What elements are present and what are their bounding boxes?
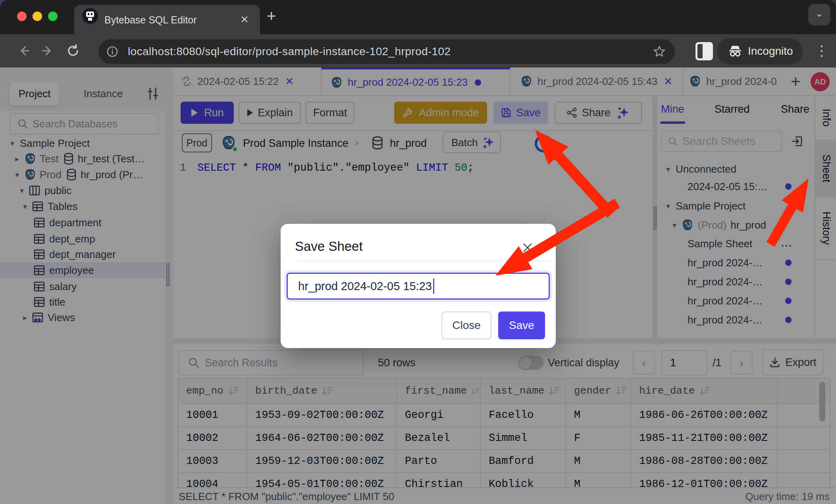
- url-text: localhost:8080/sql-editor/prod-sample-in…: [128, 45, 451, 58]
- dialog-title: Save Sheet: [295, 239, 363, 254]
- back-icon[interactable]: [17, 44, 31, 58]
- bytebase-favicon: [82, 8, 98, 24]
- tab-close-icon[interactable]: ✕: [240, 13, 249, 26]
- browser-tab-title: Bytebase SQL Editor: [104, 14, 197, 26]
- save-sheet-dialog: Save Sheet hr_prod 2024-02-05 15:23 Clos…: [281, 224, 556, 348]
- sheet-name-input[interactable]: hr_prod 2024-02-05 15:23: [287, 273, 550, 300]
- dialog-divider: [297, 261, 551, 262]
- incognito-badge: Incognito: [717, 38, 803, 64]
- tab-search-button[interactable]: ⌄: [808, 4, 830, 25]
- forward-icon[interactable]: [40, 44, 55, 58]
- chevron-down-icon: ⌄: [815, 8, 823, 19]
- zoom-window-button[interactable]: [48, 12, 58, 21]
- side-panel-icon[interactable]: [695, 42, 713, 60]
- bookmark-star-icon[interactable]: [653, 45, 666, 58]
- address-bar[interactable]: localhost:8080/sql-editor/prod-sample-in…: [98, 39, 675, 64]
- sheet-name-value: hr_prod 2024-02-05 15:23: [298, 280, 432, 293]
- incognito-label: Incognito: [748, 45, 793, 58]
- dialog-close-button[interactable]: Close: [441, 312, 491, 339]
- browser-toolbar: localhost:8080/sql-editor/prod-sample-in…: [0, 34, 836, 67]
- minimize-window-button[interactable]: [33, 12, 42, 21]
- browser-tab[interactable]: Bytebase SQL Editor ✕: [74, 5, 260, 34]
- browser-tab-bar: Bytebase SQL Editor ✕ + ⌄: [0, 0, 836, 34]
- close-window-button[interactable]: [17, 12, 27, 21]
- browser-menu-icon[interactable]: ⋮: [815, 44, 823, 58]
- new-tab-icon[interactable]: +: [267, 7, 276, 25]
- incognito-icon: [727, 43, 743, 59]
- text-cursor: [433, 279, 434, 294]
- reload-icon[interactable]: [66, 44, 80, 58]
- site-info-icon[interactable]: [106, 46, 118, 58]
- screen: Bytebase SQL Editor ✕ + ⌄ localhost:8080…: [0, 0, 836, 504]
- dialog-save-button[interactable]: Save: [498, 312, 545, 339]
- close-icon[interactable]: [522, 242, 533, 253]
